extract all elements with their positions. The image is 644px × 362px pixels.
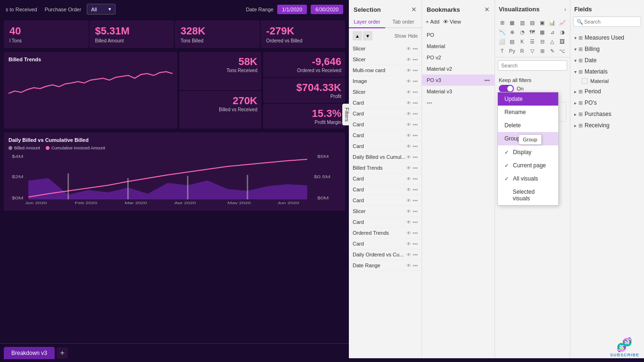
viz-icon-bar[interactable]: ▦ [508, 18, 516, 27]
viz-icon-stacked-bar[interactable]: ▥ [518, 18, 527, 27]
bookmark-view-button[interactable]: 👁 View [443, 19, 461, 25]
layer-item-billed-trends[interactable]: Billed Trends 👁••• [349, 163, 421, 173]
layer-item-card-10[interactable]: Card 👁••• [349, 239, 421, 249]
layer-item-card-5[interactable]: Card 👁••• [349, 141, 421, 152]
layer-item-ordered-trends[interactable]: Ordered Trends 👁••• [349, 228, 421, 239]
bookmarks-close-button[interactable]: ✕ [484, 6, 490, 13]
field-group-receiving-header[interactable]: ▸ ⊞ Receiving [570, 120, 644, 131]
layer-item-card-9[interactable]: Card 👁••• [349, 217, 421, 228]
layer-item-card-4[interactable]: Card 👁••• [349, 130, 421, 141]
layer-item-slicer-2[interactable]: Slicer 👁••• [349, 54, 421, 65]
field-group-purchases-header[interactable]: ▸ ⊞ Purchases [570, 109, 644, 119]
bookmark-material-v2[interactable]: Material v2 [422, 63, 495, 74]
field-group-billing-name: Billing [585, 46, 600, 52]
date-end-btn[interactable]: 6/30/2020 [311, 5, 343, 14]
viz-icon-funnel[interactable]: ⊿ [548, 28, 556, 36]
po-dropdown[interactable]: All ▾ [87, 4, 115, 15]
viz-icon-filter[interactable]: ▽ [528, 47, 537, 55]
bookmark-po-v3[interactable]: PO v3 ••• [422, 74, 495, 86]
viz-icon-card[interactable]: ⬜ [498, 37, 506, 46]
viz-icon-line-bar[interactable]: 📊 [548, 18, 556, 27]
bookmark-ellipsis: ••• [422, 97, 495, 108]
layer-item-daily-ordered[interactable]: Daily Ordered vs Cu... 👁••• [349, 249, 421, 260]
show-button[interactable]: Show [394, 33, 406, 39]
bookmark-material-v3[interactable]: Material v3 [422, 86, 495, 97]
layer-item-card-3[interactable]: Card 👁••• [349, 119, 421, 130]
eye-icon: 👁 [406, 144, 411, 149]
layer-item-card-6[interactable]: Card 👁••• [349, 173, 421, 184]
bookmark-add-button[interactable]: + Add [426, 19, 439, 25]
field-group-period-header[interactable]: ▸ ⊞ Period [570, 86, 644, 97]
viz-icon-text[interactable]: T [498, 47, 506, 55]
fields-search-input[interactable] [573, 16, 641, 27]
ctx-update[interactable]: Update [498, 92, 558, 106]
viz-icon-treemap[interactable]: ▦ [538, 28, 546, 36]
bookmark-more-icon[interactable]: ••• [484, 77, 490, 83]
viz-icon-smart-narrative[interactable]: ✎ [548, 47, 556, 55]
field-group-materials-header[interactable]: ▾ ⊞ Materials [570, 66, 644, 77]
field-group-billing-header[interactable]: ▾ ⊞ Billing [570, 44, 644, 54]
tab-layer-order[interactable]: Layer order [349, 16, 385, 28]
bookmark-po[interactable]: PO [422, 29, 495, 41]
tab-tab-order[interactable]: Tab order [385, 16, 421, 27]
viz-search-input[interactable] [498, 60, 567, 71]
layer-item-date-range[interactable]: Date Range 👁••• [349, 260, 421, 271]
visualizations-title: Visualizations [499, 6, 539, 13]
layer-item-image[interactable]: Image 👁••• [349, 76, 421, 87]
move-down-button[interactable]: ▼ [363, 31, 372, 41]
viz-icon-decomp[interactable]: ⌥ [558, 47, 567, 55]
layer-item-card-2[interactable]: Card 👁••• [349, 108, 421, 119]
viz-icon-100-bar[interactable]: ▣ [538, 18, 546, 27]
ctx-display[interactable]: ✓ Display [498, 146, 558, 159]
field-group-date-header[interactable]: ▾ ⊞ Date [570, 55, 644, 66]
viz-icon-multi-row[interactable]: ▤ [508, 37, 516, 46]
viz-icon-pie[interactable]: ◔ [518, 28, 527, 36]
layer-item-slicer-4[interactable]: Slicer 👁••• [349, 206, 421, 217]
viz-icon-table[interactable]: ⊞ [498, 18, 506, 27]
viz-icon-area[interactable]: 📉 [498, 28, 506, 36]
kpi-row-1: 40 l Tons $5.31M Billed Amount 328K Tons… [0, 18, 349, 50]
field-checkbox-material[interactable] [582, 78, 587, 84]
fields-title: Fields [574, 6, 592, 13]
viz-icon-r[interactable]: R [518, 47, 527, 55]
viz-expand-arrow[interactable]: › [564, 6, 566, 13]
viz-icon-slicer[interactable]: ☰ [528, 37, 537, 46]
ctx-current-page[interactable]: ✓ Current page [498, 159, 558, 172]
viz-icon-matrix[interactable]: ⊟ [538, 37, 546, 46]
layer-item-card-1[interactable]: Card 👁••• [349, 98, 421, 108]
viz-icon-bookmark[interactable]: ⊞ [538, 47, 546, 55]
bookmark-material[interactable]: Material [422, 41, 495, 52]
ctx-delete[interactable]: Delete [498, 119, 558, 132]
ctx-all-visuals[interactable]: ✓ All visuals [498, 172, 558, 185]
viz-icon-shape[interactable]: △ [548, 37, 556, 46]
bookmark-po-v2[interactable]: PO v2 [422, 52, 495, 63]
keep-filters-toggle-button[interactable] [499, 85, 514, 92]
hide-button[interactable]: Hide [408, 33, 418, 39]
layer-item-daily-billed[interactable]: Daily Billed vs Cumul... 👁••• [349, 152, 421, 163]
date-start-btn[interactable]: 1/1/2020 [277, 5, 307, 14]
layer-item-multirow[interactable]: Multi-row card 👁••• [349, 65, 421, 76]
selection-close-button[interactable]: ✕ [411, 6, 417, 13]
viz-icon-gauge[interactable]: ◑ [558, 28, 567, 36]
tab-breakdown-v3[interactable]: Breakdown v3 [4, 347, 55, 359]
viz-icon-python[interactable]: Py [508, 47, 516, 55]
layer-item-slicer-1[interactable]: Slicer 👁••• [349, 43, 421, 54]
viz-icon-scatter[interactable]: ⊕ [508, 28, 516, 36]
subscribe-watermark: 🧬 SUBSCRIBE [610, 337, 639, 357]
ctx-selected-visuals[interactable]: Selected visuals [498, 185, 558, 205]
layer-item-card-7[interactable]: Card 👁••• [349, 184, 421, 195]
viz-icon-line[interactable]: 📈 [558, 18, 567, 27]
viz-icon-kpi[interactable]: K [518, 37, 527, 46]
layer-item-card-8[interactable]: Card 👁••• [349, 195, 421, 206]
viz-icon-clustered-bar[interactable]: ▤ [528, 18, 537, 27]
field-group-measures-header[interactable]: ▾ ⊞ Measures Used [570, 33, 644, 43]
tab-add-button[interactable]: + [57, 347, 68, 359]
viz-icon-map[interactable]: 🗺 [528, 28, 537, 36]
move-up-button[interactable]: ▲ [353, 31, 362, 41]
layer-item-slicer-3[interactable]: Slicer 👁••• [349, 87, 421, 98]
ctx-rename[interactable]: Rename [498, 106, 558, 119]
filter-sidebar-button[interactable]: Filters [342, 104, 352, 125]
viz-icon-image[interactable]: 🖼 [558, 37, 567, 46]
fields-search: 🔍 [570, 16, 644, 31]
field-group-pos-header[interactable]: ▸ ⊞ PO's [570, 98, 644, 108]
